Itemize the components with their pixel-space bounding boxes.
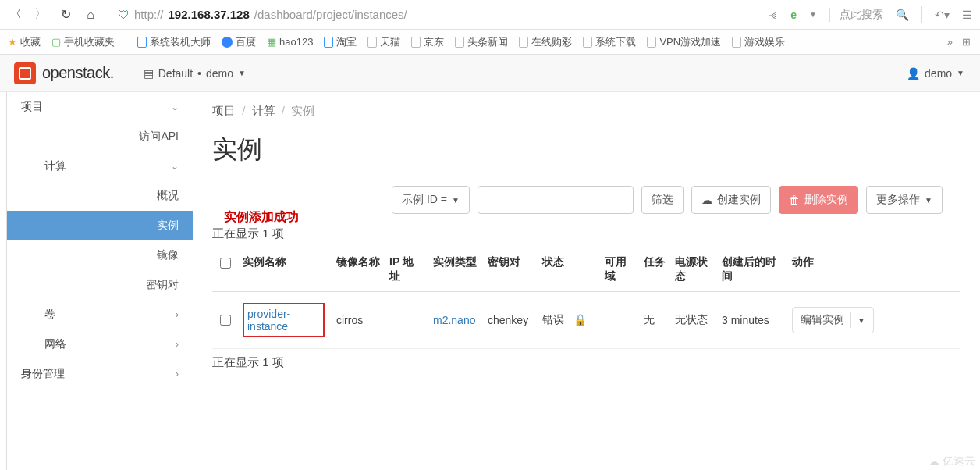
- instances-table: 实例名称 镜像名称 IP 地址 实例类型 密钥对 状态 可用域 任务 电源状态 …: [212, 247, 960, 349]
- col-az[interactable]: 可用域: [600, 247, 639, 292]
- baidu-icon: [222, 37, 233, 48]
- chevron-right-icon: ›: [176, 339, 179, 350]
- create-instance-button[interactable]: ☁ 创建实例: [691, 186, 771, 214]
- reload-button[interactable]: ↻: [58, 7, 73, 23]
- book-icon: ▤: [144, 67, 154, 80]
- chevron-right-icon: ›: [176, 369, 179, 379]
- col-flavor[interactable]: 实例类型: [428, 247, 483, 292]
- user-selector[interactable]: 👤 demo ▼: [907, 67, 964, 80]
- col-name[interactable]: 实例名称: [238, 247, 332, 292]
- delete-instance-button[interactable]: 🗑 删除实例: [779, 186, 858, 214]
- breadcrumb: 项目 / 计算 / 实例: [212, 104, 960, 119]
- chevron-down-icon: ▼: [858, 316, 865, 325]
- bookmark-item[interactable]: 淘宝: [324, 35, 357, 49]
- compat-icon[interactable]: e: [790, 9, 797, 21]
- bookmark-mobile[interactable]: ▢手机收藏夹: [51, 35, 115, 49]
- dropdown-icon[interactable]: ▼: [809, 10, 817, 19]
- menu-icon[interactable]: ☰: [962, 9, 972, 21]
- project-selector[interactable]: ▤ Default • demo ▼: [144, 67, 246, 80]
- sidebar-item-project[interactable]: 项目 ⌄: [7, 92, 193, 122]
- cloud-icon: ☁: [701, 194, 712, 206]
- search-input[interactable]: 点此搜索: [829, 8, 883, 22]
- sidebar-item-volumes[interactable]: 卷 ›: [7, 300, 193, 329]
- doc-icon: [519, 37, 528, 48]
- bookmark-item[interactable]: 百度: [222, 35, 256, 49]
- sidebar-item-images[interactable]: 镜像: [7, 240, 193, 270]
- col-task[interactable]: 任务: [639, 247, 670, 292]
- col-key[interactable]: 密钥对: [483, 247, 538, 292]
- more-actions-button[interactable]: 更多操作 ▼: [866, 186, 943, 214]
- cell-status: 错误: [538, 292, 569, 349]
- row-action-button[interactable]: 编辑实例 ▼: [792, 307, 874, 333]
- sidebar-item-identity[interactable]: 身份管理 ›: [7, 359, 193, 389]
- breadcrumb-item[interactable]: 项目: [212, 104, 236, 117]
- sidebar-item-overview[interactable]: 概况: [7, 181, 193, 211]
- bookmark-chevrons-icon[interactable]: »: [947, 36, 953, 48]
- table-row: provider-instance cirros m2.nano chenkey…: [212, 292, 960, 349]
- bookmark-grid-icon[interactable]: ⊞: [962, 36, 971, 48]
- bookmark-item[interactable]: 在线购彩: [519, 35, 572, 49]
- sidebar-item-network[interactable]: 网络 ›: [7, 329, 193, 359]
- filter-input[interactable]: [478, 186, 634, 214]
- col-age[interactable]: 创建后的时间: [717, 247, 787, 292]
- cell-power: 无状态: [670, 292, 717, 349]
- bookmark-item[interactable]: 系统下载: [583, 35, 636, 49]
- success-annotation: 实例添加成功: [224, 209, 299, 226]
- bookmark-item[interactable]: 京东: [411, 35, 444, 49]
- filter-type-selector[interactable]: 示例 ID = ▼: [392, 186, 470, 214]
- instance-name-link[interactable]: provider-instance: [247, 308, 290, 333]
- bookmark-item[interactable]: 游戏娱乐: [732, 35, 785, 49]
- share-icon[interactable]: ⪡: [767, 9, 778, 21]
- hao-icon: ▦: [267, 36, 276, 48]
- user-icon: 👤: [907, 67, 920, 80]
- breadcrumb-item[interactable]: 计算: [252, 104, 275, 117]
- undo-icon[interactable]: ↶▾: [935, 9, 950, 21]
- col-status[interactable]: 状态: [538, 247, 569, 292]
- sidebar-item-api[interactable]: 访问API: [7, 122, 193, 151]
- cell-task: 无: [639, 292, 670, 349]
- doc-icon: [137, 37, 147, 48]
- doc-icon: [368, 37, 377, 48]
- sidebar-item-compute[interactable]: 计算 ⌄: [7, 151, 193, 181]
- bookmark-item[interactable]: 系统装机大师: [137, 35, 211, 49]
- chevron-down-icon: ▼: [452, 196, 460, 205]
- col-power[interactable]: 电源状态: [670, 247, 717, 292]
- bookmark-item[interactable]: ▦hao123: [267, 36, 313, 48]
- url-path: /dashboard/project/instances/: [254, 8, 407, 21]
- back-button[interactable]: 〈: [8, 7, 23, 23]
- cell-az: [600, 292, 639, 349]
- cell-age: 3 minutes: [717, 292, 787, 349]
- cloud-icon: ☁: [929, 455, 939, 468]
- flavor-link[interactable]: m2.nano: [433, 314, 475, 326]
- unlock-icon: 🔓: [573, 314, 587, 326]
- chevron-down-icon: ▼: [238, 69, 246, 77]
- bookmark-fav[interactable]: ★收藏: [8, 35, 41, 49]
- doc-icon: [583, 37, 592, 48]
- sidebar-item-instances[interactable]: 实例: [7, 211, 193, 240]
- filter-button[interactable]: 筛选: [641, 186, 684, 214]
- home-button[interactable]: ⌂: [83, 7, 98, 23]
- chevron-down-icon: ⌄: [171, 101, 179, 112]
- brand-logo[interactable]: openstack.: [0, 62, 128, 84]
- cell-ip: [385, 292, 428, 349]
- search-icon[interactable]: 🔍: [896, 9, 909, 21]
- col-actions: 动作: [787, 247, 960, 292]
- doc-icon: [411, 37, 421, 48]
- url-bar[interactable]: 🛡 http://192.168.37.128/dashboard/projec…: [118, 8, 758, 21]
- row-checkbox[interactable]: [220, 315, 231, 326]
- sidebar-item-keypairs[interactable]: 密钥对: [7, 270, 193, 300]
- bookmark-item[interactable]: 头条新闻: [455, 35, 508, 49]
- bookmark-item[interactable]: VPN游戏加速: [647, 35, 721, 49]
- doc-icon: [324, 37, 333, 48]
- chevron-down-icon: ⌄: [171, 161, 179, 172]
- shield-icon: 🛡: [118, 8, 130, 21]
- col-image[interactable]: 镜像名称: [332, 247, 385, 292]
- select-all-checkbox[interactable]: [220, 258, 231, 269]
- logo-icon: [14, 62, 36, 84]
- forward-button[interactable]: 〉: [33, 7, 48, 23]
- chevron-down-icon: ▼: [957, 69, 964, 77]
- chevron-down-icon: ▼: [925, 196, 932, 205]
- bookmark-item[interactable]: 天猫: [368, 35, 400, 49]
- breadcrumb-current: 实例: [291, 104, 314, 117]
- col-ip[interactable]: IP 地址: [385, 247, 428, 292]
